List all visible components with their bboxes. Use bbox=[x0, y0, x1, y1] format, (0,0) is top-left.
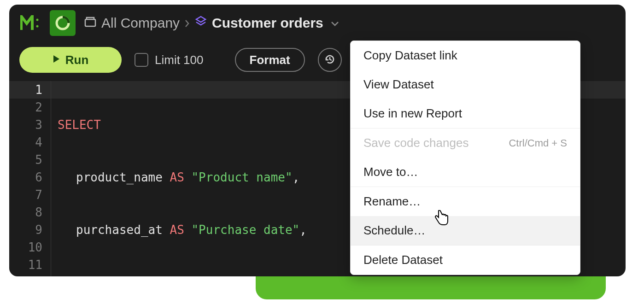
run-button-label: Run bbox=[65, 53, 89, 67]
code-content[interactable]: SELECT product_name AS "Product name", p… bbox=[58, 81, 321, 276]
checkbox-icon[interactable] bbox=[135, 53, 148, 67]
format-button-label: Format bbox=[250, 53, 290, 67]
workspace-icon[interactable] bbox=[50, 10, 76, 36]
dataset-context-menu: Copy Dataset link View Dataset Use in ne… bbox=[350, 41, 580, 275]
limit-toggle[interactable]: Limit 100 bbox=[135, 53, 204, 67]
menu-rename[interactable]: Rename… bbox=[351, 187, 580, 216]
svg-point-1 bbox=[36, 25, 39, 28]
history-button[interactable] bbox=[318, 48, 342, 72]
line-number: 10 bbox=[9, 239, 42, 256]
line-number: 6 bbox=[9, 169, 42, 186]
menu-save-shortcut: Ctrl/Cmd + S bbox=[509, 137, 567, 149]
menu-schedule[interactable]: Schedule… bbox=[351, 216, 580, 245]
format-button[interactable]: Format bbox=[235, 48, 305, 72]
line-number: 8 bbox=[9, 204, 42, 221]
menu-delete[interactable]: Delete Dataset bbox=[351, 246, 580, 275]
svg-rect-3 bbox=[85, 19, 95, 26]
menu-save: Save code changes Ctrl/Cmd + S bbox=[351, 129, 580, 158]
line-gutter: 1 2 3 4 5 6 7 8 9 10 11 bbox=[9, 81, 51, 276]
line-number: 11 bbox=[9, 256, 42, 274]
limit-label: Limit 100 bbox=[155, 53, 204, 67]
breadcrumb-dataset-label: Customer orders bbox=[212, 15, 323, 31]
breadcrumb-dataset[interactable]: Customer orders bbox=[194, 15, 323, 31]
line-number: 4 bbox=[9, 134, 42, 151]
run-button[interactable]: Run bbox=[19, 47, 122, 73]
menu-move-to[interactable]: Move to… bbox=[351, 158, 580, 187]
app-logo-icon[interactable] bbox=[19, 14, 41, 32]
breadcrumb-collection[interactable]: All Company bbox=[84, 15, 180, 31]
play-icon bbox=[53, 55, 60, 65]
menu-copy-link[interactable]: Copy Dataset link bbox=[351, 41, 580, 70]
dataset-menu-toggle[interactable] bbox=[331, 18, 339, 29]
header: All Company Customer orders bbox=[9, 5, 626, 41]
line-number: 7 bbox=[9, 186, 42, 204]
chevron-right-icon bbox=[184, 15, 190, 31]
line-number: 1 bbox=[9, 81, 42, 99]
collection-icon bbox=[84, 15, 97, 31]
history-icon bbox=[324, 53, 336, 67]
line-number: 5 bbox=[9, 151, 42, 169]
menu-use-report[interactable]: Use in new Report bbox=[351, 99, 580, 128]
line-number: 9 bbox=[9, 221, 42, 239]
breadcrumb-collection-label: All Company bbox=[101, 15, 180, 31]
dataset-icon bbox=[194, 15, 207, 31]
line-number: 2 bbox=[9, 99, 42, 116]
menu-view-dataset[interactable]: View Dataset bbox=[351, 70, 580, 99]
line-number: 3 bbox=[9, 116, 42, 134]
svg-point-0 bbox=[36, 19, 39, 21]
breadcrumb: All Company Customer orders bbox=[84, 15, 339, 31]
